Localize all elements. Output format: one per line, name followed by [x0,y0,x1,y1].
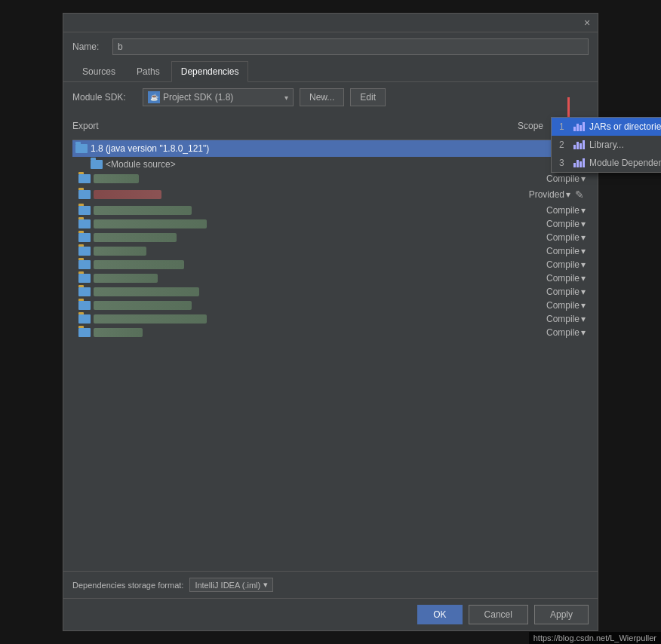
storage-format-select[interactable]: IntelliJ IDEA (.iml) ▾ [189,578,273,592]
new-sdk-button[interactable]: New... [300,88,344,106]
dep-bar-10 [94,301,192,310]
dep-folder-icon-5 [78,233,91,242]
dep-scope-6[interactable]: Compile ▾ [546,246,586,256]
dep-scope-2[interactable]: Provided ▾ [529,189,570,200]
dep-row-2: Provided ▾ ✎ [72,186,589,204]
sdk-select[interactable]: ☕ Project SDK (1.8) ▾ [143,88,294,106]
apply-button[interactable]: Apply [534,605,589,624]
dep-bar-1 [94,174,139,183]
dep-row-9: Compile ▾ [72,285,589,299]
dep-row-7: Compile ▾ [72,258,589,271]
ok-button[interactable]: OK [417,605,462,624]
sdk-dropdown-arrow-icon: ▾ [284,94,288,102]
tab-sources[interactable]: Sources [72,61,125,82]
jdk-folder-icon [75,144,88,153]
dep-scope-1[interactable]: Compile ▾ [546,173,586,184]
dep-bar-11 [94,314,207,324]
dep-folder-icon-12 [78,328,91,337]
dep-bar-5 [94,233,177,242]
library-icon [573,140,585,150]
dep-bar-6 [94,247,146,256]
sdk-label: Module SDK: [72,92,137,103]
dep-row-4: Compile ▾ [72,217,589,231]
dep-bar-12 [94,328,143,337]
dep-folder-icon-1 [78,174,91,183]
jdk-item-text: 1.8 (java version "1.8.0_121") [91,143,569,154]
dep-scope-11[interactable]: Compile ▾ [546,314,586,324]
dropdown-item-jars[interactable]: 1 JARs or directories... [552,118,661,136]
dep-row-10: Compile ▾ [72,299,589,312]
dep-scope-12[interactable]: Compile ▾ [546,327,586,338]
dropdown-item-module-dep[interactable]: 3 Module Dependency... [552,154,661,172]
dep-folder-icon-10 [78,301,91,310]
scope-column-header: Scope [518,121,543,131]
dropdown-label-module-dep: Module Dependency... [589,158,661,168]
dep-folder-icon-7 [78,260,91,269]
sdk-icon: ☕ [148,91,160,103]
edit-dep-2-button[interactable]: ✎ [573,187,586,202]
dropdown-item-library[interactable]: 2 Library... [552,136,661,154]
module-dep-icon [573,158,585,168]
bar-chart-icon [573,122,585,131]
dep-row-11: Compile ▾ [72,312,589,326]
export-column-header: Export [72,121,570,131]
dropdown-num-3: 3 [559,158,568,168]
sdk-value: Project SDK (1.8) [163,92,233,103]
format-value: IntelliJ IDEA (.iml) [195,581,260,590]
jars-icon [573,121,585,132]
dialog: × Name: Sources Paths Dependencies Modul… [63,13,598,631]
dep-scope-7[interactable]: Compile ▾ [546,259,586,270]
name-input[interactable] [112,38,589,55]
dep-bar-4 [94,219,207,228]
dep-folder-icon-4 [78,219,91,228]
url-bar: https://blog.csdn.net/L_Wierpuller [529,632,661,644]
bottom-bar: Dependencies storage format: IntelliJ ID… [63,571,598,598]
module-dep-bar-icon [573,158,585,167]
dropdown-label-library: Library... [589,140,624,150]
add-dropdown-menu: 1 JARs or directories... [551,117,661,173]
format-dropdown-arrow-icon: ▾ [263,580,268,590]
action-buttons: OK Cancel Apply [63,598,598,630]
sdk-row: Module SDK: ☕ Project SDK (1.8) ▾ New...… [63,82,598,112]
edit-sdk-button[interactable]: Edit [350,88,386,106]
tab-paths[interactable]: Paths [127,61,170,82]
jdk-item[interactable]: 1.8 (java version "1.8.0_121") ◄ [72,140,589,157]
dep-folder-icon-8 [78,274,91,283]
dropdown-label-jars: JARs or directories... [589,121,661,132]
module-source-item[interactable]: <Module source> [72,157,589,172]
dep-row-6: Compile ▾ [72,244,589,258]
dep-scope-8[interactable]: Compile ▾ [546,273,586,284]
dropdown-num-1: 1 [559,121,568,132]
module-source-text: <Module source> [106,159,586,170]
dep-scope-9[interactable]: Compile ▾ [546,287,586,297]
dep-bar-3 [94,206,192,215]
title-bar: × [63,14,598,32]
dep-folder-icon-2 [78,190,91,199]
dep-scope-4[interactable]: Compile ▾ [546,219,586,229]
dep-bar-8 [94,274,158,283]
dropdown-num-2: 2 [559,140,568,150]
dep-scope-3[interactable]: Compile ▾ [546,205,586,216]
dep-folder-icon-9 [78,287,91,296]
tab-dependencies[interactable]: Dependencies [171,61,249,82]
dep-bar-9 [94,287,199,296]
name-row: Name: [63,32,598,61]
dep-scope-5[interactable]: Compile ▾ [546,232,586,243]
cancel-button[interactable]: Cancel [469,605,528,624]
dep-folder-icon-11 [78,314,91,324]
dep-row-12: Compile ▾ [72,326,589,339]
dep-bar-2 [94,190,161,199]
export-header: Export Scope + 1 [72,112,589,140]
name-label: Name: [72,41,106,52]
library-bar-icon [573,140,585,149]
dep-folder-icon-3 [78,206,91,215]
add-btn-container: + 1 [570,117,589,135]
tabs-row: Sources Paths Dependencies [63,61,598,82]
dep-row-1: Compile ▾ [72,172,589,186]
content-area: Export Scope + 1 [63,112,598,571]
dep-row-3: Compile ▾ [72,204,589,217]
dep-scope-10[interactable]: Compile ▾ [546,300,586,311]
close-button[interactable]: × [581,17,593,29]
dep-bar-7 [94,260,184,269]
overlay: × Name: Sources Paths Dependencies Modul… [0,0,661,644]
